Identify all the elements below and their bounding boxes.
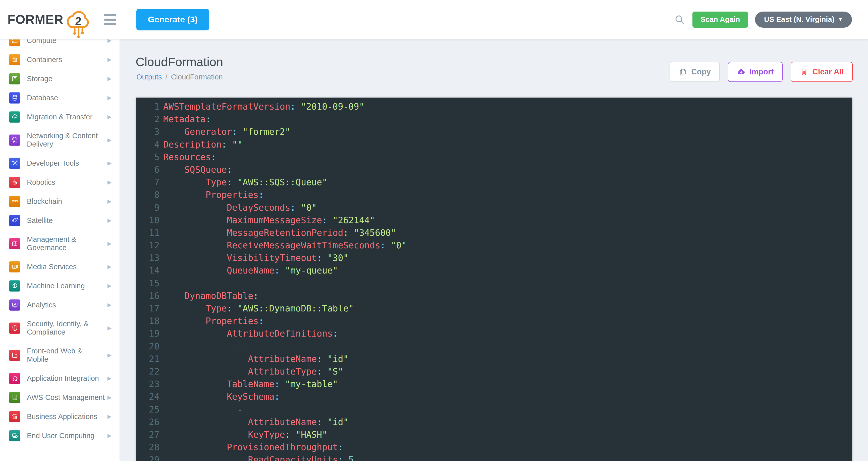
code-line: 25 - (136, 403, 852, 416)
code-line: 7 Type: "AWS::SQS::Queue" (136, 176, 852, 189)
code-line: 2Metadata: (136, 113, 852, 125)
search-icon[interactable] (674, 14, 685, 25)
code-line: 23 TableName: "my-table" (136, 378, 852, 391)
sidebar-item-machine-learning[interactable]: Machine Learning▶ (0, 276, 120, 295)
code-line-content: Resources: (159, 151, 216, 163)
region-selector-dropdown[interactable]: US East (N. Virginia) ▼ (755, 11, 852, 28)
former2-logo[interactable]: FORMER 2 (7, 3, 93, 36)
chevron-right-icon: ▶ (107, 76, 112, 82)
template-actions: Copy Import Clear All (670, 62, 853, 82)
line-number: 20 (136, 340, 159, 353)
code-line: 16 DynamoDBTable: (136, 290, 852, 302)
menu-toggle-hamburger-icon[interactable] (104, 14, 116, 25)
sidebar-item-storage[interactable]: Storage▶ (0, 69, 120, 88)
line-number: 25 (136, 403, 159, 416)
sidebar-item-label: Application Integration (27, 374, 107, 382)
logo-text: FORMER (7, 12, 64, 27)
code-line: 15 (136, 277, 852, 290)
code-line: 26 AttributeName: "id" (136, 416, 852, 428)
line-number: 7 (136, 176, 159, 189)
sidebar-item-label: Front-end Web & Mobile (27, 347, 107, 364)
chevron-right-icon: ▶ (107, 57, 112, 63)
chevron-right-icon: ▶ (107, 352, 112, 358)
cloud-upload-icon (737, 68, 745, 76)
application-integration-icon (9, 373, 20, 384)
sidebar-item-label: Blockchain (27, 197, 107, 206)
sidebar-item-media-services[interactable]: Media Services▶ (0, 257, 120, 276)
chevron-right-icon: ▶ (107, 394, 112, 400)
sidebar-item-security-identity-compliance[interactable]: Security, Identity, & Compliance▶ (0, 314, 120, 342)
import-button[interactable]: Import (728, 62, 783, 82)
machine-learning-icon (9, 280, 20, 292)
trash-icon (800, 68, 808, 76)
end-user-computing-icon (9, 430, 20, 441)
code-line-content: DelaySeconds: "0" (159, 201, 317, 214)
sidebar-item-satellite[interactable]: Satellite▶ (0, 211, 120, 230)
code-line: 9 DelaySeconds: "0" (136, 201, 852, 214)
line-number: 11 (136, 227, 159, 239)
sidebar-item-label: Satellite (27, 217, 107, 225)
code-line-content: TableName: "my-table" (159, 378, 338, 391)
chevron-right-icon: ▶ (107, 39, 112, 44)
code-line-content: AttributeType: "S" (159, 365, 343, 378)
sidebar-item-aws-cost-management[interactable]: AWS Cost Management▶ (0, 388, 120, 407)
code-line: 28 ProvisionedThroughput: (136, 441, 852, 454)
code-line: 12 ReceiveMessageWaitTimeSeconds: "0" (136, 239, 852, 252)
chevron-right-icon: ▶ (107, 325, 112, 331)
scan-again-button[interactable]: Scan Again (692, 11, 748, 28)
sidebar-item-front-end-web-mobile[interactable]: Front-end Web & Mobile▶ (0, 342, 120, 369)
sidebar-item-analytics[interactable]: Analytics▶ (0, 295, 120, 314)
code-line-content: VisibilityTimeout: "30" (159, 252, 349, 264)
generate-button[interactable]: Generate (3) (136, 9, 209, 30)
sidebar-item-robotics[interactable]: Robotics▶ (0, 173, 120, 192)
logo-cloud-icon: 2 (63, 7, 93, 39)
copy-button[interactable]: Copy (670, 62, 720, 82)
management-governance-icon (9, 238, 20, 249)
sidebar-item-containers[interactable]: Containers▶ (0, 50, 120, 69)
yaml-code-editor[interactable]: 1AWSTemplateFormatVersion: "2010-09-09"2… (135, 97, 852, 461)
code-line-content: DynamoDBTable: (159, 290, 258, 302)
code-line: 13 VisibilityTimeout: "30" (136, 252, 852, 264)
chevron-right-icon: ▶ (107, 413, 112, 420)
code-line: 8 Properties: (136, 189, 852, 201)
line-number: 6 (136, 163, 159, 176)
code-line-content (159, 277, 163, 290)
chevron-right-icon: ▶ (107, 240, 112, 247)
breadcrumb-current: CloudFormation (171, 73, 223, 81)
clear-all-button[interactable]: Clear All (790, 62, 853, 82)
line-number: 18 (136, 315, 159, 327)
code-line: 14 QueueName: "my-queue" (136, 264, 852, 277)
code-line: 27 KeyType: "HASH" (136, 428, 852, 441)
sidebar-item-business-applications[interactable]: Business Applications▶ (0, 407, 120, 426)
cost-management-icon (9, 392, 20, 403)
chevron-right-icon: ▶ (107, 137, 112, 143)
clear-all-button-label: Clear All (812, 67, 844, 77)
sidebar-item-blockchain[interactable]: Blockchain▶ (0, 192, 120, 211)
code-line-content: ProvisionedThroughput: (159, 441, 343, 454)
sidebar-item-management-governance[interactable]: Management & Governance▶ (0, 230, 120, 257)
sidebar-item-compute[interactable]: Compute▶ (0, 39, 120, 50)
sidebar-item-application-integration[interactable]: Application Integration▶ (0, 369, 120, 388)
code-line-content: ReadCapacityUnits: 5 (159, 454, 354, 461)
app-header: FORMER 2 Generate (3) Scan (0, 0, 868, 39)
sidebar-item-migration-transfer[interactable]: Migration & Transfer▶ (0, 107, 120, 126)
sidebar-item-networking-content-delivery[interactable]: Networking & Content Delivery▶ (0, 126, 120, 153)
copy-icon (679, 68, 687, 76)
breadcrumb-outputs-link[interactable]: Outputs (136, 73, 162, 81)
frontend-mobile-icon (9, 350, 20, 361)
sidebar-item-developer-tools[interactable]: Developer Tools▶ (0, 153, 120, 173)
chevron-right-icon: ▶ (107, 302, 112, 308)
chevron-right-icon: ▶ (107, 264, 112, 270)
code-line: 19 AttributeDefinitions: (136, 327, 852, 340)
storage-icon (9, 73, 20, 84)
code-line: 18 Properties: (136, 315, 852, 327)
line-number: 1 (136, 100, 159, 113)
business-applications-icon (9, 411, 20, 422)
code-line-content: Metadata: (159, 113, 211, 125)
line-number: 8 (136, 189, 159, 201)
sidebar-item-end-user-computing[interactable]: End User Computing▶ (0, 426, 120, 445)
code-line-content: SQSQueue: (159, 163, 232, 176)
sidebar-item-database[interactable]: Database▶ (0, 88, 120, 107)
robotics-icon (9, 177, 20, 188)
code-line-content: KeySchema: (159, 391, 280, 403)
